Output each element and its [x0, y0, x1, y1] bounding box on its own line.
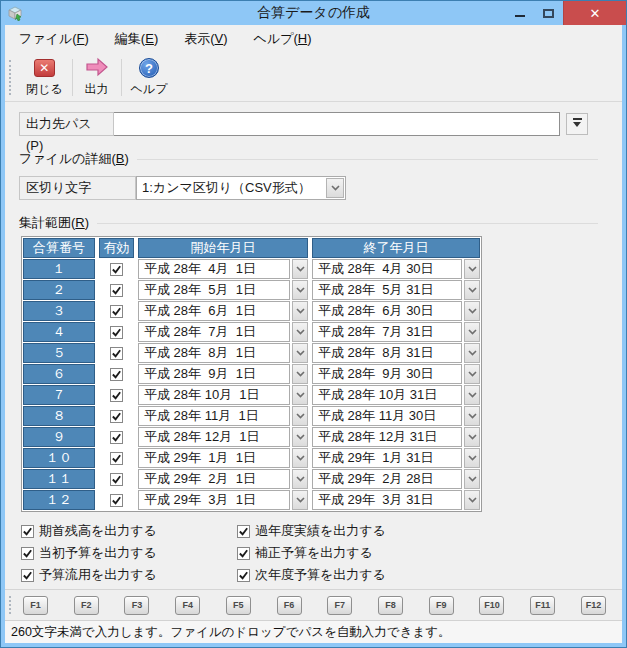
fkey-bar-grip[interactable] — [9, 596, 17, 614]
delimiter-select[interactable]: 1:カンマ区切り（CSV形式） — [136, 176, 346, 200]
maximize-button[interactable] — [534, 1, 563, 25]
end-date-value[interactable]: 平成 28年 10月 31日 — [312, 385, 462, 405]
option-opening-balance[interactable]: 期首残高を出力する — [21, 520, 237, 542]
start-date-dropdown[interactable] — [292, 469, 308, 489]
fkey-f8[interactable]: F8 — [378, 596, 403, 615]
start-date-dropdown[interactable] — [292, 259, 308, 279]
enabled-checkbox[interactable] — [110, 347, 123, 360]
end-date-dropdown[interactable] — [464, 322, 480, 342]
start-date-dropdown[interactable] — [292, 343, 308, 363]
start-date-value[interactable]: 平成 28年 5月 1日 — [138, 280, 290, 300]
start-date-dropdown[interactable] — [292, 385, 308, 405]
end-date-dropdown[interactable] — [464, 490, 480, 510]
browse-dropdown-button[interactable] — [566, 113, 588, 135]
option-initial-budget[interactable]: 当初予算を出力する — [21, 542, 237, 564]
end-date-value[interactable]: 平成 29年 3月 31日 — [312, 490, 462, 510]
end-date-value[interactable]: 平成 28年 9月 30日 — [312, 364, 462, 384]
enabled-checkbox[interactable] — [110, 431, 123, 444]
start-date-value[interactable]: 平成 28年 4月 1日 — [138, 259, 290, 279]
enabled-checkbox[interactable] — [110, 263, 123, 276]
end-date-value[interactable]: 平成 28年 8月 31日 — [312, 343, 462, 363]
end-date-dropdown[interactable] — [464, 406, 480, 426]
option-checkbox[interactable] — [21, 547, 34, 560]
start-date-dropdown[interactable] — [292, 322, 308, 342]
fkey-f1[interactable]: F1 — [23, 596, 48, 615]
start-date-dropdown[interactable] — [292, 448, 308, 468]
enabled-checkbox[interactable] — [110, 473, 123, 486]
end-date-value[interactable]: 平成 28年 4月 30日 — [312, 259, 462, 279]
help-toolbar-button[interactable]: ?ヘルプ — [124, 56, 175, 99]
menu-item-view[interactable]: 表示(V) — [184, 30, 227, 48]
menu-item-edit[interactable]: 編集(E) — [115, 30, 158, 48]
end-date-dropdown[interactable] — [464, 448, 480, 468]
fkey-f10[interactable]: F10 — [479, 596, 504, 615]
end-date-value[interactable]: 平成 28年 11月 30日 — [312, 406, 462, 426]
fkey-f7[interactable]: F7 — [327, 596, 352, 615]
fkey-f5[interactable]: F5 — [226, 596, 251, 615]
start-date-value[interactable]: 平成 28年 10月 1日 — [138, 385, 290, 405]
menu-item-file[interactable]: ファイル(F) — [19, 30, 89, 48]
start-date-value[interactable]: 平成 28年 6月 1日 — [138, 301, 290, 321]
end-date-value[interactable]: 平成 28年 7月 31日 — [312, 322, 462, 342]
minimize-button[interactable] — [505, 1, 534, 25]
option-budget-diversion[interactable]: 予算流用を出力する — [21, 564, 237, 586]
start-date-dropdown[interactable] — [292, 280, 308, 300]
output-toolbar-button[interactable]: 出力 — [75, 56, 119, 99]
option-revised-budget[interactable]: 補正予算を出力する — [237, 542, 386, 564]
start-date-value[interactable]: 平成 29年 3月 1日 — [138, 490, 290, 510]
end-date-dropdown[interactable] — [464, 364, 480, 384]
start-date-value[interactable]: 平成 28年 12月 1日 — [138, 427, 290, 447]
option-checkbox[interactable] — [21, 525, 34, 538]
start-date-dropdown[interactable] — [292, 427, 308, 447]
fkey-f4[interactable]: F4 — [175, 596, 200, 615]
start-date-dropdown[interactable] — [292, 301, 308, 321]
fkey-f2[interactable]: F2 — [74, 596, 99, 615]
end-date-value[interactable]: 平成 28年 6月 30日 — [312, 301, 462, 321]
end-date-dropdown[interactable] — [464, 469, 480, 489]
menu-item-help[interactable]: ヘルプ(H) — [254, 30, 312, 48]
chevron-down-icon[interactable] — [326, 178, 344, 198]
option-checkbox[interactable] — [237, 547, 250, 560]
option-past-year-results[interactable]: 過年度実績を出力する — [237, 520, 386, 542]
close-button[interactable]: ✕ — [563, 1, 626, 25]
enabled-checkbox[interactable] — [110, 326, 123, 339]
fkey-f3[interactable]: F3 — [124, 596, 149, 615]
option-checkbox[interactable] — [237, 525, 250, 538]
enabled-checkbox[interactable] — [110, 305, 123, 318]
start-date-value[interactable]: 平成 28年 9月 1日 — [138, 364, 290, 384]
fkey-f12[interactable]: F12 — [581, 596, 606, 615]
enabled-checkbox[interactable] — [110, 410, 123, 423]
end-date-value[interactable]: 平成 28年 12月 31日 — [312, 427, 462, 447]
end-date-dropdown[interactable] — [464, 301, 480, 321]
start-date-value[interactable]: 平成 28年 11月 1日 — [138, 406, 290, 426]
end-date-value[interactable]: 平成 29年 1月 31日 — [312, 448, 462, 468]
enabled-checkbox[interactable] — [110, 389, 123, 402]
start-date-value[interactable]: 平成 28年 8月 1日 — [138, 343, 290, 363]
enabled-checkbox[interactable] — [110, 368, 123, 381]
close-toolbar-button[interactable]: ✕閉じる — [19, 56, 70, 99]
end-date-dropdown[interactable] — [464, 259, 480, 279]
end-date-dropdown[interactable] — [464, 385, 480, 405]
start-date-dropdown[interactable] — [292, 364, 308, 384]
fkey-f9[interactable]: F9 — [429, 596, 454, 615]
option-next-year-budget[interactable]: 次年度予算を出力する — [237, 564, 386, 586]
end-date-dropdown[interactable] — [464, 280, 480, 300]
option-checkbox[interactable] — [21, 569, 34, 582]
enabled-checkbox[interactable] — [110, 284, 123, 297]
end-date-dropdown[interactable] — [464, 343, 480, 363]
fkey-f6[interactable]: F6 — [277, 596, 302, 615]
fkey-f11[interactable]: F11 — [530, 596, 555, 615]
enabled-checkbox[interactable] — [110, 452, 123, 465]
start-date-value[interactable]: 平成 29年 1月 1日 — [138, 448, 290, 468]
start-date-value[interactable]: 平成 29年 2月 1日 — [138, 469, 290, 489]
end-date-value[interactable]: 平成 28年 5月 31日 — [312, 280, 462, 300]
output-path-input[interactable] — [114, 112, 560, 136]
toolbar-grip[interactable] — [9, 60, 17, 95]
end-date-value[interactable]: 平成 29年 2月 28日 — [312, 469, 462, 489]
start-date-dropdown[interactable] — [292, 406, 308, 426]
option-checkbox[interactable] — [237, 569, 250, 582]
start-date-dropdown[interactable] — [292, 490, 308, 510]
enabled-checkbox[interactable] — [110, 494, 123, 507]
start-date-value[interactable]: 平成 28年 7月 1日 — [138, 322, 290, 342]
end-date-dropdown[interactable] — [464, 427, 480, 447]
